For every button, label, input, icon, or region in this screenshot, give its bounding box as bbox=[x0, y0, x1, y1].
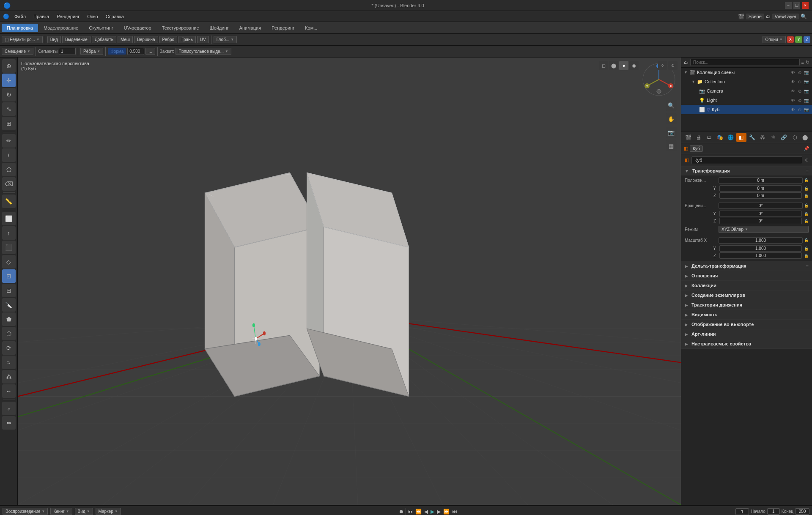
tool-shrink-fatten[interactable]: ⬦ bbox=[2, 402, 16, 415]
cube-hide[interactable]: ⊙ bbox=[797, 107, 803, 112]
tab-layout[interactable]: Планировка bbox=[2, 24, 38, 32]
tab-animation[interactable]: Анимация bbox=[234, 24, 266, 32]
options-menu[interactable]: Опции ▼ bbox=[763, 36, 786, 43]
rotation-mode-selector[interactable]: XYZ Эйлер ▼ bbox=[719, 226, 809, 233]
tool-inset[interactable]: ⬛ bbox=[2, 241, 16, 254]
prop-modifier-icon[interactable]: 🔧 bbox=[747, 133, 757, 142]
next-key-btn[interactable]: ⏩ bbox=[442, 509, 450, 515]
prop-view-icon[interactable]: 🗂 bbox=[704, 133, 714, 142]
uv-menu[interactable]: UV bbox=[197, 36, 209, 43]
menu-help[interactable]: Справка bbox=[102, 13, 127, 20]
close-button[interactable]: ✕ bbox=[802, 2, 809, 9]
light-render[interactable]: 📷 bbox=[804, 98, 809, 103]
minimize-button[interactable]: – bbox=[785, 2, 792, 9]
tool-poly-build[interactable]: ⬡ bbox=[2, 327, 16, 340]
scene-collection-item[interactable]: ▼ 🎬 Коллекция сцены 👁 ⊙ 📷 bbox=[681, 68, 812, 77]
menu-render[interactable]: Рендеринг bbox=[53, 13, 83, 20]
light-item[interactable]: 💡 Light 👁 ⊙ 📷 bbox=[681, 96, 812, 105]
header-search-icon[interactable]: 🔍 bbox=[801, 14, 807, 19]
edge-menu[interactable]: Ребро bbox=[159, 36, 178, 43]
collection-item[interactable]: ▼ 📁 Collection 👁 ⊙ 📷 bbox=[681, 77, 812, 86]
current-frame[interactable]: 1 bbox=[735, 508, 749, 515]
prop-material-icon[interactable]: ⬤ bbox=[800, 133, 810, 142]
tab-compositing[interactable]: Ком... bbox=[300, 24, 322, 32]
custom-props-header[interactable]: ▶ Настраиваемые свойства bbox=[681, 339, 812, 348]
gizmos-toggle[interactable]: ⊹ bbox=[658, 61, 667, 70]
tool-spin[interactable]: ⟳ bbox=[2, 341, 16, 355]
scale-z-value[interactable]: 1.000 bbox=[719, 252, 802, 259]
motion-paths-header[interactable]: ▶ Траектории движения bbox=[681, 300, 812, 310]
tool-annotate[interactable]: ✏ bbox=[2, 134, 16, 148]
more-btn[interactable]: ... bbox=[145, 48, 155, 55]
outliner-filter-icon[interactable]: ≡ bbox=[801, 60, 804, 65]
position-y-value[interactable]: 0 m bbox=[719, 185, 802, 192]
delta-header[interactable]: ▶ Дельта-трансформация ≡ bbox=[681, 261, 812, 271]
rotation-z-lock[interactable]: 🔒 bbox=[804, 219, 809, 223]
xaxis-btn[interactable]: X bbox=[787, 36, 794, 43]
prop-render-icon[interactable]: 🎬 bbox=[683, 133, 693, 142]
outliner-sync-icon[interactable]: ↻ bbox=[806, 60, 809, 65]
view-menu-timeline[interactable]: Вид ▼ bbox=[75, 508, 93, 515]
art-lines-header[interactable]: ▶ Арт-линии bbox=[681, 329, 812, 339]
prop-world-icon[interactable]: 🌐 bbox=[726, 133, 736, 142]
ribs-selector[interactable]: Рёбра ▼ bbox=[80, 48, 103, 55]
material-shading-btn[interactable]: ● bbox=[619, 61, 628, 70]
outliner-search[interactable] bbox=[690, 59, 800, 66]
camera-eye[interactable]: 👁 bbox=[790, 89, 796, 93]
view-menu[interactable]: Вид bbox=[47, 36, 61, 43]
prop-output-icon[interactable]: 🖨 bbox=[694, 133, 704, 142]
viewport-3d[interactable]: Пользовательская перспектива (1) Куб bbox=[18, 58, 681, 505]
visibility-header[interactable]: ▶ Видимость bbox=[681, 310, 812, 319]
marker-menu[interactable]: Маркер ▼ bbox=[96, 508, 121, 515]
collection-render[interactable]: 📷 bbox=[804, 79, 809, 84]
rendered-shading-btn[interactable]: ◉ bbox=[629, 61, 639, 70]
collections-header[interactable]: ▶ Коллекции bbox=[681, 281, 812, 290]
rotation-y-lock[interactable]: 🔒 bbox=[804, 212, 809, 216]
end-frame[interactable]: 250 bbox=[795, 508, 809, 515]
segments-input[interactable] bbox=[59, 48, 76, 55]
rec-btn[interactable]: ⏺ bbox=[398, 509, 405, 515]
tool-add-cube[interactable]: ⬜ bbox=[2, 212, 16, 225]
next-frame-btn[interactable]: ▶ bbox=[436, 509, 442, 515]
scale-y-lock[interactable]: 🔒 bbox=[804, 247, 809, 251]
scene-col-hide[interactable]: ⊙ bbox=[797, 70, 803, 75]
tool-scale[interactable]: ⤡ bbox=[2, 102, 16, 116]
solid-shading-btn[interactable]: ⬤ bbox=[609, 61, 618, 70]
relations-header[interactable]: ▶ Отношения bbox=[681, 271, 812, 280]
position-y-lock[interactable]: 🔒 bbox=[804, 186, 809, 191]
tool-loop-cut[interactable]: ⊡ bbox=[2, 269, 16, 283]
select-menu[interactable]: Выделение bbox=[62, 36, 91, 43]
rotation-x-lock[interactable]: 🔒 bbox=[804, 203, 809, 208]
prop-name-input[interactable] bbox=[691, 156, 802, 164]
prop-constraints-icon[interactable]: 🔗 bbox=[779, 133, 789, 142]
tab-shading[interactable]: Шейдинг bbox=[205, 24, 234, 32]
play-btn[interactable]: ▶ bbox=[430, 509, 435, 515]
mesh-menu[interactable]: Меш bbox=[118, 36, 133, 43]
tool-cursor[interactable]: ⊕ bbox=[2, 59, 16, 73]
tool-push-pull[interactable]: ⇔ bbox=[2, 416, 16, 430]
tool-annotate-erase[interactable]: ⌫ bbox=[2, 177, 16, 191]
camera-hide[interactable]: ⊙ bbox=[797, 89, 803, 93]
scene-name[interactable]: Scene bbox=[746, 14, 764, 19]
instancing-header[interactable]: ▶ Создание экземпляров bbox=[681, 290, 812, 300]
tool-transform[interactable]: ⊞ bbox=[2, 117, 16, 130]
position-z-value[interactable]: 0 m bbox=[719, 192, 802, 199]
rotation-z-value[interactable]: 0° bbox=[719, 218, 802, 224]
cube-eye[interactable]: 👁 bbox=[790, 107, 796, 112]
tool-measure[interactable]: 📏 bbox=[2, 194, 16, 208]
maximize-button[interactable]: ☐ bbox=[793, 2, 800, 9]
wireframe-shading-btn[interactable]: ◻ bbox=[599, 61, 608, 70]
transform-options-icon[interactable]: ≡ bbox=[806, 168, 809, 173]
menu-window[interactable]: Окно bbox=[84, 13, 102, 20]
add-menu[interactable]: Добавить bbox=[92, 36, 116, 43]
pan-gizmo[interactable]: ✋ bbox=[666, 113, 677, 124]
prev-key-btn[interactable]: ⏪ bbox=[414, 509, 422, 515]
grid-gizmo[interactable]: ▦ bbox=[666, 140, 677, 151]
scene-col-render[interactable]: 📷 bbox=[804, 70, 809, 75]
tool-move[interactable]: ✛ bbox=[2, 74, 16, 87]
tool-edge-slide[interactable]: ↔ bbox=[2, 384, 16, 398]
tab-sculpting[interactable]: Скульптинг bbox=[84, 24, 118, 32]
scene-col-eye[interactable]: 👁 bbox=[790, 70, 796, 75]
overlays-toggle[interactable]: ⊙ bbox=[668, 61, 678, 70]
tool-bisect[interactable]: ⬟ bbox=[2, 312, 16, 326]
